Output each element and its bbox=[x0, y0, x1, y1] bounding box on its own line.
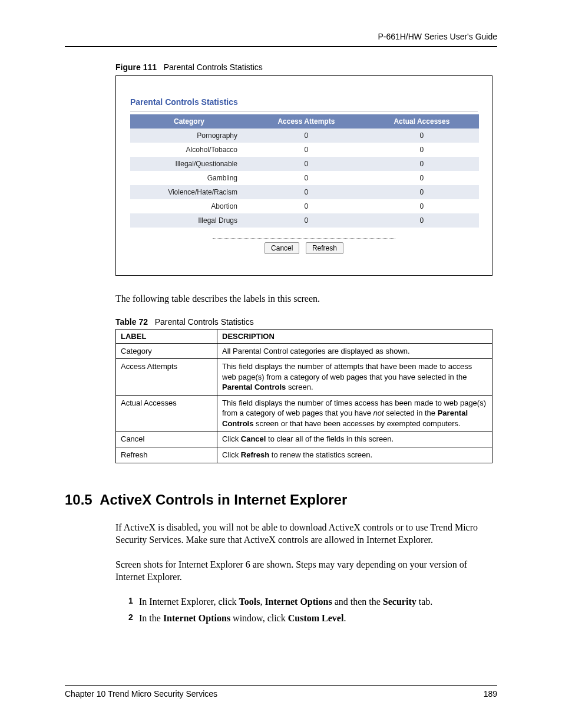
step-number: 1 bbox=[128, 595, 133, 607]
figure-caption: Figure 111 Parental Controls Statistics bbox=[115, 62, 497, 72]
cell-attempts: 0 bbox=[248, 129, 365, 143]
header-guide-title: P-661H/HW Series User's Guide bbox=[65, 32, 497, 41]
table-row: Alcohol/Tobacco 0 0 bbox=[130, 143, 479, 157]
table-row: Actual Accesses This field displays the … bbox=[116, 395, 492, 431]
cell-category: Abortion bbox=[130, 199, 248, 213]
col-header-category: Category bbox=[130, 114, 248, 129]
desc-text: Click Refresh to renew the statistics sc… bbox=[217, 447, 492, 463]
table-number: Table 72 bbox=[115, 317, 148, 327]
cell-accesses: 0 bbox=[365, 213, 479, 228]
table-row: Pornography 0 0 bbox=[130, 129, 479, 143]
cell-accesses: 0 bbox=[365, 171, 479, 185]
desc-text: This field displays the number of attemp… bbox=[217, 359, 492, 396]
cell-attempts: 0 bbox=[248, 199, 365, 213]
desc-label: Access Attempts bbox=[116, 359, 217, 396]
list-item: 2 In the Internet Options window, click … bbox=[128, 612, 497, 625]
desc-label: Refresh bbox=[116, 447, 217, 463]
table-row: Category All Parental Control categories… bbox=[116, 343, 492, 359]
desc-text: This field displays the number of times … bbox=[217, 395, 492, 431]
page-footer: Chapter 10 Trend Micro Security Services… bbox=[65, 685, 497, 699]
header-rule bbox=[65, 46, 497, 47]
table-title: Parental Controls Statistics bbox=[155, 317, 254, 327]
table-row: Violence/Hate/Racism 0 0 bbox=[130, 185, 479, 199]
list-item: 1 In Internet Explorer, click Tools, Int… bbox=[128, 595, 497, 608]
table-row: Abortion 0 0 bbox=[130, 199, 479, 213]
desc-label: Cancel bbox=[116, 431, 217, 447]
statistics-panel: Parental Controls Statistics Category Ac… bbox=[115, 75, 492, 276]
cell-attempts: 0 bbox=[248, 157, 365, 171]
cell-attempts: 0 bbox=[248, 143, 365, 157]
table-row: Access Attempts This field displays the … bbox=[116, 359, 492, 396]
table-row: Illegal/Questionable 0 0 bbox=[130, 157, 479, 171]
cancel-button[interactable]: Cancel bbox=[265, 242, 299, 254]
section-heading: 10.5 ActiveX Controls in Internet Explor… bbox=[65, 492, 497, 508]
stats-panel-title: Parental Controls Statistics bbox=[116, 97, 492, 111]
dotted-divider bbox=[213, 238, 395, 239]
table-row: Gambling 0 0 bbox=[130, 171, 479, 185]
step-number: 2 bbox=[128, 612, 133, 624]
cell-category: Violence/Hate/Racism bbox=[130, 185, 248, 199]
figure-title: Parental Controls Statistics bbox=[164, 62, 263, 72]
cell-category: Illegal Drugs bbox=[130, 213, 248, 228]
stats-table: Category Access Attempts Actual Accesses… bbox=[130, 114, 479, 228]
col-header-attempts: Access Attempts bbox=[248, 114, 365, 129]
intro-paragraph: The following table describes the labels… bbox=[115, 292, 497, 305]
desc-label: Category bbox=[116, 343, 217, 359]
stats-panel-divider bbox=[130, 111, 478, 112]
section-title: ActiveX Controls in Internet Explorer bbox=[100, 492, 347, 508]
cell-category: Alcohol/Tobacco bbox=[130, 143, 248, 157]
cell-attempts: 0 bbox=[248, 185, 365, 199]
col-header-accesses: Actual Accesses bbox=[365, 114, 479, 129]
cell-accesses: 0 bbox=[365, 143, 479, 157]
table-row: Cancel Click Cancel to clear all of the … bbox=[116, 431, 492, 447]
steps-list: 1 In Internet Explorer, click Tools, Int… bbox=[128, 595, 497, 625]
cell-category: Gambling bbox=[130, 171, 248, 185]
section-para-1: If ActiveX is disabled, you will not be … bbox=[115, 521, 497, 546]
desc-header-label: LABEL bbox=[116, 329, 217, 343]
cell-category: Illegal/Questionable bbox=[130, 157, 248, 171]
desc-header-description: DESCRIPTION bbox=[217, 329, 492, 343]
table-row: Illegal Drugs 0 0 bbox=[130, 213, 479, 228]
section-para-2: Screen shots for Internet Explorer 6 are… bbox=[115, 558, 497, 584]
desc-text: All Parental Control categories are disp… bbox=[217, 343, 492, 359]
cell-category: Pornography bbox=[130, 129, 248, 143]
button-row: Cancel Refresh bbox=[116, 242, 492, 254]
desc-label: Actual Accesses bbox=[116, 395, 217, 431]
footer-rule bbox=[65, 685, 497, 686]
footer-chapter: Chapter 10 Trend Micro Security Services bbox=[65, 689, 217, 699]
cell-accesses: 0 bbox=[365, 199, 479, 213]
cell-accesses: 0 bbox=[365, 157, 479, 171]
description-table: LABEL DESCRIPTION Category All Parental … bbox=[115, 329, 492, 463]
table-row: Refresh Click Refresh to renew the stati… bbox=[116, 447, 492, 463]
section-number: 10.5 bbox=[65, 492, 92, 508]
refresh-button[interactable]: Refresh bbox=[306, 242, 343, 254]
cell-attempts: 0 bbox=[248, 171, 365, 185]
desc-text: Click Cancel to clear all of the fields … bbox=[217, 431, 492, 447]
cell-attempts: 0 bbox=[248, 213, 365, 228]
table-caption: Table 72 Parental Controls Statistics bbox=[115, 317, 497, 327]
figure-number: Figure 111 bbox=[115, 62, 157, 72]
footer-page-number: 189 bbox=[484, 689, 497, 699]
cell-accesses: 0 bbox=[365, 129, 479, 143]
cell-accesses: 0 bbox=[365, 185, 479, 199]
